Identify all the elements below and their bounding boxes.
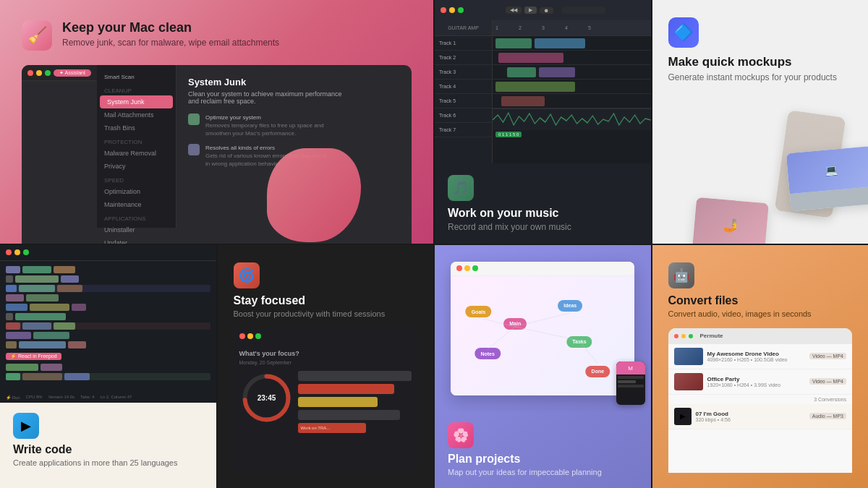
card-work-on-music: ◀◀ ▶ ⏺ GUITAR AMP Track 1 Track 2 Track … bbox=[435, 0, 651, 244]
card6-subtitle: Map out your ideas for impeccable planni… bbox=[448, 468, 638, 476]
card4-info: ▶ Write code Create applications in more… bbox=[0, 403, 216, 477]
convert-app-screenshot: Permute My Awesome Drone Video 4096×2160… bbox=[668, 328, 853, 473]
focus-date: Monday, 20 September bbox=[239, 360, 412, 365]
focus-label: What's your focus? bbox=[239, 350, 412, 357]
card7-title: Convert files bbox=[668, 294, 853, 307]
card7-subtitle: Convert audio, video, images in seconds bbox=[668, 309, 853, 318]
card-keep-mac-clean: 🧹 Keep your Mac clean Remove junk, scan … bbox=[0, 0, 433, 244]
mock-main-desc: Clean your system to achieve maximum per… bbox=[188, 90, 342, 105]
cleanmymac-icon: 🧹 bbox=[22, 20, 52, 51]
card5-title: Stay focused bbox=[234, 294, 418, 307]
mockup-app-icon: 🔷 bbox=[668, 17, 699, 48]
svg-line-6 bbox=[488, 327, 515, 350]
card-stay-focused: 🌀 Stay focused Boost your productivity w… bbox=[218, 245, 434, 489]
mock-main-title: System Junk bbox=[188, 77, 342, 87]
card3-subtitle: Generate instant mockups for your produc… bbox=[668, 72, 853, 82]
card6-title: Plan projects bbox=[448, 453, 638, 466]
card5-subtitle: Boost your productivity with timed sessi… bbox=[234, 309, 418, 318]
mockup-devices-visual: 📱 💻 🤳 bbox=[694, 106, 868, 244]
code-screenshot: ⚡ React in Freepod ⚡ RunCPU 8%Version 14… bbox=[0, 245, 216, 403]
svg-text:23:45: 23:45 bbox=[257, 394, 276, 402]
focus-app-screenshot: What's your focus? Monday, 20 September … bbox=[234, 328, 418, 473]
card3-title: Make quick mockups bbox=[668, 55, 853, 69]
card1-subtitle: Remove junk, scan for malware, wipe emai… bbox=[62, 38, 279, 48]
card-write-code: ⚡ React in Freepod ⚡ RunCPU 8%Version 14… bbox=[0, 245, 216, 489]
music-app-icon: 🎵 bbox=[448, 175, 474, 201]
card1-title: Keep your Mac clean bbox=[62, 20, 279, 35]
card-plan-projects: Main Ideas Tasks Goals Notes Done M bbox=[435, 245, 651, 489]
plan-app-icon: 🌸 bbox=[448, 422, 474, 448]
card2-subtitle: Record and mix your own music bbox=[448, 222, 638, 232]
card6-info: 🌸 Plan projects Map out your ideas for i… bbox=[435, 412, 651, 488]
card4-subtitle: Create applications in more than 25 lang… bbox=[13, 458, 203, 467]
card4-title: Write code bbox=[13, 443, 203, 456]
card1-screenshot: ✦ Assistant Smart Scan Cleanup System Ju… bbox=[22, 65, 412, 244]
mindmap-screenshot: Main Ideas Tasks Goals Notes Done M bbox=[435, 245, 651, 413]
focus-app-icon: 🌀 bbox=[234, 262, 260, 288]
daw-screenshot: ◀◀ ▶ ⏺ GUITAR AMP Track 1 Track 2 Track … bbox=[435, 0, 651, 163]
card2-title: Work on your music bbox=[448, 207, 638, 220]
convert-app-icon: 🤖 bbox=[668, 262, 694, 288]
card-convert-files: 🤖 Convert files Convert audio, video, im… bbox=[652, 245, 869, 489]
card2-info: 🎵 Work on your music Record and mix your… bbox=[435, 163, 651, 244]
code-app-icon: ▶ bbox=[13, 413, 39, 439]
card-make-mockups: 🔷 Make quick mockups Generate instant mo… bbox=[652, 0, 869, 244]
